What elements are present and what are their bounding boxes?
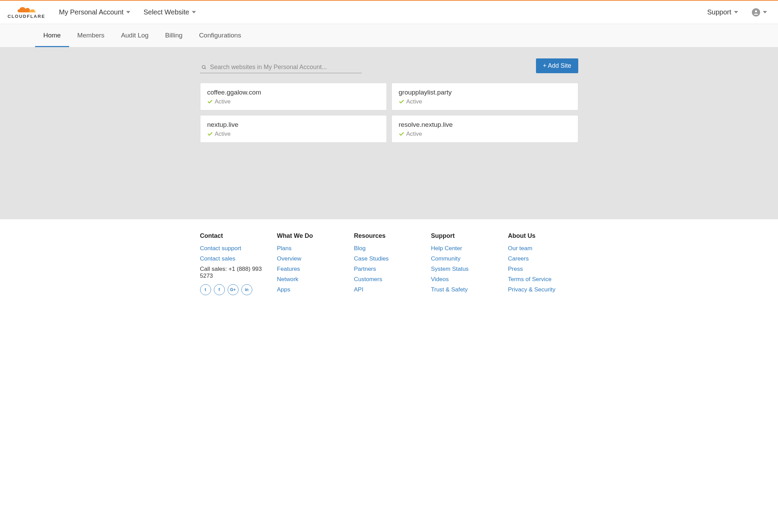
check-icon xyxy=(207,131,213,137)
check-icon xyxy=(399,99,404,104)
footer-link[interactable]: Case Studies xyxy=(354,255,389,262)
avatar-icon xyxy=(752,8,760,16)
tab-members[interactable]: Members xyxy=(69,24,113,47)
footer-heading: About Us xyxy=(508,232,578,240)
footer-link[interactable]: Contact support xyxy=(200,245,241,252)
site-domain: resolve.nextup.live xyxy=(399,121,571,129)
footer-link[interactable]: System Status xyxy=(431,266,469,272)
footer-column: What We DoPlansOverviewFeaturesNetworkAp… xyxy=(277,232,347,297)
footer-heading: Support xyxy=(431,232,501,240)
tab-home[interactable]: Home xyxy=(35,24,69,47)
site-status: Active xyxy=(207,131,380,137)
chevron-down-icon xyxy=(763,11,767,13)
tab-configurations[interactable]: Configurations xyxy=(191,24,250,47)
tab-label: Members xyxy=(77,32,105,39)
chevron-down-icon xyxy=(192,11,196,13)
account-tabbar: HomeMembersAudit LogBillingConfiguration… xyxy=(0,24,778,47)
googleplus-icon[interactable]: G+ xyxy=(228,284,239,295)
footer-link[interactable]: Trust & Safety xyxy=(431,286,468,293)
footer-link[interactable]: Press xyxy=(508,266,523,272)
facebook-icon[interactable]: f xyxy=(214,284,225,295)
page-footer: ContactContact supportContact salesCall … xyxy=(0,219,778,317)
tab-billing[interactable]: Billing xyxy=(157,24,191,47)
twitter-icon[interactable]: t xyxy=(200,284,211,295)
site-status: Active xyxy=(207,98,380,105)
cloud-icon xyxy=(16,5,37,14)
footer-heading: What We Do xyxy=(277,232,347,240)
website-selector[interactable]: Select Website xyxy=(140,6,199,18)
account-selector[interactable]: My Personal Account xyxy=(56,6,134,18)
site-card[interactable]: coffee.ggalow.comActive xyxy=(200,83,387,110)
site-status-label: Active xyxy=(406,131,422,137)
tab-label: Configurations xyxy=(199,32,241,39)
check-icon xyxy=(207,99,213,104)
footer-link[interactable]: Customers xyxy=(354,276,382,282)
footer-heading: Resources xyxy=(354,232,424,240)
footer-link[interactable]: Privacy & Security xyxy=(508,286,556,293)
search-icon xyxy=(201,65,207,70)
footer-link[interactable]: Our team xyxy=(508,245,533,252)
footer-link[interactable]: Videos xyxy=(431,276,449,282)
tab-label: Home xyxy=(43,32,61,39)
website-label: Select Website xyxy=(143,8,189,16)
footer-link[interactable]: Apps xyxy=(277,286,291,293)
main-content: + Add Site coffee.ggalow.comActivegroupp… xyxy=(0,47,778,219)
global-header: CLOUDFLARE My Personal Account Select We… xyxy=(0,1,778,24)
chevron-down-icon xyxy=(734,11,738,13)
sites-grid: coffee.ggalow.comActivegroupplaylist.par… xyxy=(200,83,578,143)
site-card[interactable]: nextup.liveActive xyxy=(200,115,387,143)
footer-link[interactable]: Careers xyxy=(508,255,529,262)
footer-link[interactable]: Community xyxy=(431,255,461,262)
site-card[interactable]: resolve.nextup.liveActive xyxy=(392,115,578,143)
footer-link[interactable]: Contact sales xyxy=(200,255,235,262)
site-card[interactable]: groupplaylist.partyActive xyxy=(392,83,578,110)
user-menu[interactable] xyxy=(748,6,770,19)
site-domain: nextup.live xyxy=(207,121,380,129)
footer-heading: Contact xyxy=(200,232,270,240)
cloudflare-logo[interactable]: CLOUDFLARE xyxy=(8,5,45,19)
site-domain: groupplaylist.party xyxy=(399,89,571,96)
account-label: My Personal Account xyxy=(59,8,124,16)
footer-link: Call sales: +1 (888) 993 5273 xyxy=(200,266,262,279)
tab-label: Audit Log xyxy=(121,32,149,39)
support-menu[interactable]: Support xyxy=(704,6,742,18)
site-status: Active xyxy=(399,131,571,137)
footer-link[interactable]: Network xyxy=(277,276,298,282)
social-row: tfG+in xyxy=(200,284,270,295)
footer-column: About UsOur teamCareersPressTerms of Ser… xyxy=(508,232,578,297)
footer-link[interactable]: Plans xyxy=(277,245,292,252)
site-status-label: Active xyxy=(406,98,422,105)
search-input[interactable] xyxy=(210,64,360,71)
sites-toolbar: + Add Site xyxy=(200,58,578,73)
footer-column: ResourcesBlogCase StudiesPartnersCustome… xyxy=(354,232,424,297)
svg-point-0 xyxy=(755,10,757,12)
linkedin-icon[interactable]: in xyxy=(241,284,252,295)
footer-link[interactable]: Terms of Service xyxy=(508,276,552,282)
footer-column: ContactContact supportContact salesCall … xyxy=(200,232,270,297)
svg-line-2 xyxy=(205,68,206,69)
chevron-down-icon xyxy=(126,11,130,13)
svg-point-1 xyxy=(202,65,205,68)
footer-link[interactable]: Overview xyxy=(277,255,302,262)
logo-text: CLOUDFLARE xyxy=(8,14,45,19)
tab-label: Billing xyxy=(165,32,183,39)
site-domain: coffee.ggalow.com xyxy=(207,89,380,96)
site-status-label: Active xyxy=(215,131,231,137)
tab-audit-log[interactable]: Audit Log xyxy=(113,24,157,47)
site-status-label: Active xyxy=(215,98,231,105)
footer-link[interactable]: API xyxy=(354,286,363,293)
add-site-button[interactable]: + Add Site xyxy=(536,58,578,73)
site-status: Active xyxy=(399,98,571,105)
support-label: Support xyxy=(707,8,731,16)
footer-link[interactable]: Partners xyxy=(354,266,376,272)
footer-link[interactable]: Features xyxy=(277,266,300,272)
footer-column: SupportHelp CenterCommunitySystem Status… xyxy=(431,232,501,297)
check-icon xyxy=(399,131,404,137)
footer-link[interactable]: Help Center xyxy=(431,245,462,252)
search-field-wrap[interactable] xyxy=(200,62,362,73)
footer-link[interactable]: Blog xyxy=(354,245,366,252)
